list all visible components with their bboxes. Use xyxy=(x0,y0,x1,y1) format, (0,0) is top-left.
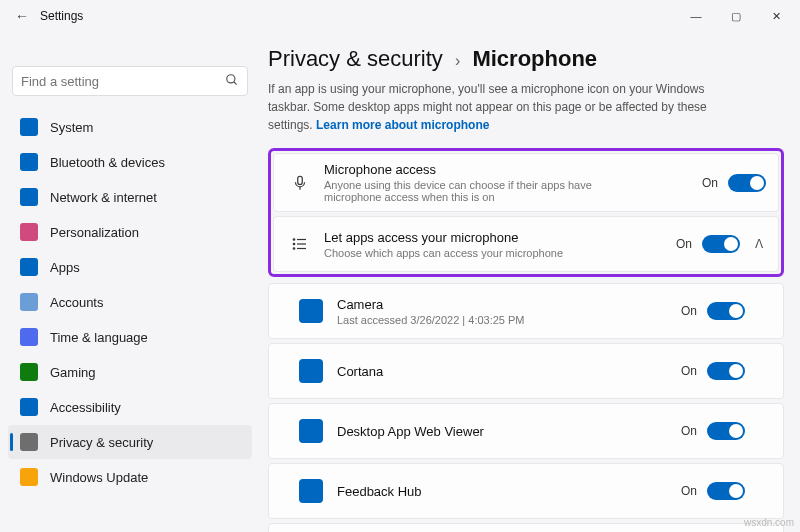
svg-rect-2 xyxy=(298,176,303,184)
sidebar-item-network-internet[interactable]: Network & internet xyxy=(8,180,252,214)
row-microphone-access[interactable]: Microphone access Anyone using this devi… xyxy=(273,153,779,212)
app-name: Feedback Hub xyxy=(337,484,681,499)
app-row-desktop-app-web-viewer[interactable]: Desktop App Web ViewerOn xyxy=(268,403,784,459)
nav-icon xyxy=(20,188,38,206)
sidebar-item-bluetooth-devices[interactable]: Bluetooth & devices xyxy=(8,145,252,179)
svg-point-8 xyxy=(293,243,295,245)
nav-icon xyxy=(20,468,38,486)
nav-icon xyxy=(20,328,38,346)
breadcrumb: Privacy & security › Microphone xyxy=(268,46,784,72)
svg-point-0 xyxy=(227,74,235,82)
app-row-get-help[interactable]: Get HelpOn xyxy=(268,523,784,532)
nav-icon xyxy=(20,433,38,451)
window-title: Settings xyxy=(40,9,83,23)
toggle-let-apps-access[interactable] xyxy=(702,235,740,253)
list-icon xyxy=(286,235,314,253)
toggle-app[interactable] xyxy=(707,302,745,320)
main-content: Privacy & security › Microphone If an ap… xyxy=(260,32,800,532)
toggle-app[interactable] xyxy=(707,362,745,380)
app-icon xyxy=(299,419,323,443)
page-title: Microphone xyxy=(472,46,597,71)
sidebar-item-apps[interactable]: Apps xyxy=(8,250,252,284)
sidebar-item-label: Gaming xyxy=(50,365,96,380)
sidebar-item-label: Accessibility xyxy=(50,400,121,415)
chevron-right-icon: › xyxy=(455,52,460,69)
sidebar-item-label: Time & language xyxy=(50,330,148,345)
app-row-cortana[interactable]: CortanaOn xyxy=(268,343,784,399)
sidebar-item-label: System xyxy=(50,120,93,135)
sidebar-item-label: Network & internet xyxy=(50,190,157,205)
sidebar-item-personalization[interactable]: Personalization xyxy=(8,215,252,249)
search-input[interactable] xyxy=(21,74,225,89)
toggle-state-label: On xyxy=(681,424,697,438)
sidebar-item-label: Windows Update xyxy=(50,470,148,485)
nav-icon xyxy=(20,398,38,416)
sidebar-item-accessibility[interactable]: Accessibility xyxy=(8,390,252,424)
sidebar: SystemBluetooth & devicesNetwork & inter… xyxy=(0,32,260,532)
toggle-state-label: On xyxy=(681,484,697,498)
sidebar-item-privacy-security[interactable]: Privacy & security xyxy=(8,425,252,459)
app-name: Cortana xyxy=(337,364,681,379)
row-title: Microphone access xyxy=(324,162,702,177)
sidebar-item-accounts[interactable]: Accounts xyxy=(8,285,252,319)
svg-point-9 xyxy=(293,248,295,250)
minimize-button[interactable]: — xyxy=(676,2,716,30)
sidebar-item-time-language[interactable]: Time & language xyxy=(8,320,252,354)
highlight-box: Microphone access Anyone using this devi… xyxy=(268,148,784,277)
microphone-icon xyxy=(286,174,314,192)
app-icon xyxy=(299,479,323,503)
nav-icon xyxy=(20,363,38,381)
toggle-state-label: On xyxy=(702,176,718,190)
sidebar-item-label: Privacy & security xyxy=(50,435,153,450)
svg-point-7 xyxy=(293,239,295,241)
nav-icon xyxy=(20,258,38,276)
search-icon xyxy=(225,73,239,90)
nav-icon xyxy=(20,223,38,241)
toggle-microphone-access[interactable] xyxy=(728,174,766,192)
sidebar-item-label: Bluetooth & devices xyxy=(50,155,165,170)
row-subtitle: Anyone using this device can choose if t… xyxy=(324,179,644,203)
svg-line-1 xyxy=(234,81,237,84)
toggle-app[interactable] xyxy=(707,422,745,440)
search-box[interactable] xyxy=(12,66,248,96)
sidebar-item-label: Apps xyxy=(50,260,80,275)
breadcrumb-parent[interactable]: Privacy & security xyxy=(268,46,443,71)
chevron-up-icon[interactable]: ᐱ xyxy=(752,237,766,251)
maximize-button[interactable]: ▢ xyxy=(716,2,756,30)
toggle-state-label: On xyxy=(681,364,697,378)
app-row-camera[interactable]: CameraLast accessed 3/26/2022 | 4:03:25 … xyxy=(268,283,784,339)
toggle-state-label: On xyxy=(681,304,697,318)
toggle-state-label: On xyxy=(676,237,692,251)
watermark: wsxdn.com xyxy=(744,517,794,528)
nav-list: SystemBluetooth & devicesNetwork & inter… xyxy=(8,110,252,520)
learn-more-link[interactable]: Learn more about microphone xyxy=(316,118,489,132)
row-let-apps-access[interactable]: Let apps access your microphone Choose w… xyxy=(273,216,779,272)
app-icon xyxy=(299,299,323,323)
sidebar-item-label: Accounts xyxy=(50,295,103,310)
sidebar-item-system[interactable]: System xyxy=(8,110,252,144)
sidebar-item-gaming[interactable]: Gaming xyxy=(8,355,252,389)
close-button[interactable]: ✕ xyxy=(756,2,796,30)
row-title: Let apps access your microphone xyxy=(324,230,676,245)
nav-icon xyxy=(20,293,38,311)
back-button[interactable]: ← xyxy=(4,8,40,24)
nav-icon xyxy=(20,118,38,136)
titlebar: ← Settings — ▢ ✕ xyxy=(0,0,800,32)
row-subtitle: Choose which apps can access your microp… xyxy=(324,247,644,259)
toggle-app[interactable] xyxy=(707,482,745,500)
app-row-feedback-hub[interactable]: Feedback HubOn xyxy=(268,463,784,519)
app-subtitle: Last accessed 3/26/2022 | 4:03:25 PM xyxy=(337,314,657,326)
intro-text: If an app is using your microphone, you'… xyxy=(268,80,748,134)
nav-icon xyxy=(20,153,38,171)
sidebar-item-windows-update[interactable]: Windows Update xyxy=(8,460,252,494)
app-name: Camera xyxy=(337,297,681,312)
sidebar-item-label: Personalization xyxy=(50,225,139,240)
app-icon xyxy=(299,359,323,383)
app-name: Desktop App Web Viewer xyxy=(337,424,681,439)
window-controls: — ▢ ✕ xyxy=(676,2,796,30)
